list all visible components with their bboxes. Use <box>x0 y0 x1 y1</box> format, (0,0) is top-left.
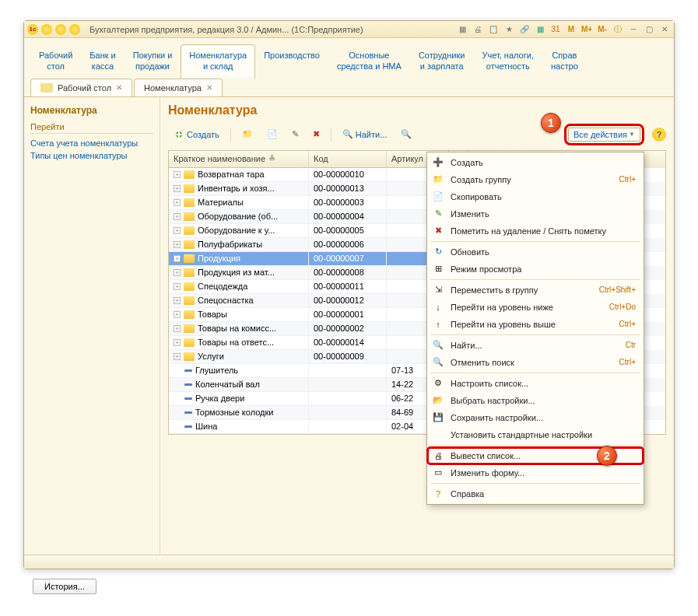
expand-icon[interactable]: + <box>174 171 181 178</box>
titlebar-dot[interactable] <box>41 24 52 35</box>
expand-icon[interactable]: + <box>174 185 181 192</box>
m-minus-icon[interactable]: M- <box>596 23 609 36</box>
menu-icon: ↑ <box>432 318 444 331</box>
callout-2: 2 <box>597 446 617 466</box>
all-actions-button[interactable]: Все действия ▼ <box>568 128 640 142</box>
item-icon <box>184 383 192 386</box>
subtab-label: Рабочий стол <box>58 83 111 93</box>
menu-item[interactable]: ↑Перейти на уровень вышеCtrl+ <box>427 316 644 333</box>
titlebar-dot[interactable] <box>69 24 80 35</box>
expand-icon[interactable]: + <box>174 353 181 360</box>
calc-icon[interactable]: ▦ <box>534 23 546 36</box>
item-icon <box>184 411 192 414</box>
menu-item[interactable]: Установить стандартные настройки <box>427 426 644 443</box>
tb-icon[interactable]: ▦ <box>456 23 468 36</box>
menu-item[interactable]: ⇲Переместить в группуCtrl+Shift+ <box>427 282 644 299</box>
expand-icon[interactable]: + <box>174 227 181 234</box>
tb-icon[interactable]: 📋 <box>487 23 500 36</box>
expand-icon[interactable]: + <box>174 325 181 332</box>
expand-icon[interactable]: + <box>174 283 181 290</box>
cancel-find-button[interactable]: 🔍 <box>395 127 417 142</box>
content: Номенклатура Создать 📁 📄 ✎ ✖ 🔍Найти... 🔍… <box>160 97 674 555</box>
col-name[interactable]: Краткое наименование ≜ <box>169 151 309 168</box>
main-nav-item[interactable]: Покупки ипродажи <box>125 44 181 79</box>
folder-icon <box>184 296 195 305</box>
menu-item[interactable]: ⚙Настроить список... <box>427 375 644 392</box>
menu-item[interactable]: ▭Изменить форму... <box>427 464 644 481</box>
item-icon <box>184 397 192 400</box>
menu-icon: ⇲ <box>432 284 444 296</box>
menu-item[interactable]: 📂Выбрать настройки... <box>427 392 644 409</box>
sidebar-link[interactable]: Счета учета номенклатуры <box>30 137 153 149</box>
search-cancel-icon: 🔍 <box>401 129 412 139</box>
minimize-icon[interactable]: ─ <box>627 23 640 36</box>
menu-item[interactable]: 📁Создать группуCtrl+ <box>427 171 644 188</box>
edit-button[interactable]: ✎ <box>286 127 304 142</box>
calendar-icon[interactable]: 31 <box>549 23 562 36</box>
sidebar-link[interactable]: Типы цен номенклатуры <box>30 149 153 162</box>
main-nav-item[interactable]: Банк икасса <box>81 44 124 79</box>
m-icon[interactable]: M <box>565 23 577 36</box>
menu-item[interactable]: ?Справка <box>427 485 644 502</box>
create-button[interactable]: Создать <box>168 127 225 142</box>
folder-icon <box>184 310 195 319</box>
menu-item[interactable]: ➕Создать <box>427 154 644 171</box>
menu-icon: 💾 <box>432 411 444 424</box>
menu-item[interactable]: 🖨Вывести список...2 <box>427 447 644 464</box>
close-icon[interactable]: ✕ <box>116 83 122 92</box>
help-button[interactable]: ? <box>652 128 666 142</box>
expand-icon[interactable]: + <box>174 213 181 220</box>
expand-icon[interactable]: + <box>174 199 181 206</box>
desktop-icon <box>40 83 53 93</box>
callout-1: 1 <box>541 113 561 133</box>
close-icon[interactable]: ✕ <box>658 23 671 36</box>
menu-icon: 🔍 <box>432 339 444 352</box>
new-folder-button[interactable]: 📁 <box>237 127 258 142</box>
menu-item[interactable]: ✖Пометить на удаление / Снять пометку <box>427 222 644 240</box>
expand-icon[interactable]: + <box>174 311 181 318</box>
folder-icon <box>184 240 195 249</box>
main-nav-item[interactable]: Основныесредства и НМА <box>328 44 410 79</box>
menu-item[interactable]: 📄Скопировать <box>427 188 644 205</box>
expand-icon[interactable]: + <box>174 269 181 276</box>
titlebar-dot[interactable] <box>55 24 66 35</box>
main-nav-item[interactable]: Справнастро <box>542 44 587 79</box>
menu-item[interactable]: ↓Перейти на уровень нижеCtrl+Do <box>427 299 644 316</box>
copy-button[interactable]: 📄 <box>261 127 283 142</box>
menu-item[interactable]: ✎Изменить <box>427 205 644 222</box>
expand-icon[interactable]: + <box>174 339 181 346</box>
menu-item[interactable]: 🔍Найти...Ctr <box>427 337 644 354</box>
main-nav-item[interactable]: Сотрудникии зарплата <box>410 44 474 79</box>
expand-icon[interactable]: + <box>174 297 181 304</box>
chevron-down-icon: ▼ <box>629 131 635 138</box>
main-nav-item[interactable]: Номенклатураи склад <box>181 44 255 79</box>
menu-icon: ➕ <box>432 156 444 169</box>
history-button[interactable]: История... <box>33 579 96 594</box>
m-plus-icon[interactable]: M+ <box>580 23 593 36</box>
expand-icon[interactable]: + <box>174 241 181 248</box>
find-button[interactable]: 🔍Найти... <box>337 127 393 142</box>
subtab-desktop[interactable]: Рабочий стол ✕ <box>30 79 132 96</box>
menu-icon: ↻ <box>432 246 444 258</box>
statusbar <box>24 555 674 569</box>
menu-item[interactable]: ⊞Режим просмотра <box>427 261 644 278</box>
maximize-icon[interactable]: ▢ <box>643 23 655 36</box>
delete-button[interactable]: ✖ <box>307 127 325 142</box>
subtab-nomenclature[interactable]: Номенклатура ✕ <box>134 79 223 96</box>
menu-item[interactable]: 💾Сохранить настройки... <box>427 409 644 426</box>
main-nav-item[interactable]: Рабочийстол <box>30 44 81 79</box>
col-code[interactable]: Код <box>309 151 387 168</box>
tb-icon[interactable]: 🔗 <box>518 23 531 36</box>
tb-icon[interactable]: 🖨 <box>472 23 484 36</box>
close-icon[interactable]: ✕ <box>206 83 212 92</box>
menu-item[interactable]: ↻Обновить <box>427 243 644 261</box>
star-icon[interactable]: ★ <box>503 23 515 36</box>
info-icon[interactable]: ⓘ <box>612 23 624 36</box>
main-nav-item[interactable]: Производство <box>255 44 328 79</box>
main-nav-item[interactable]: Учет, налоги,отчетность <box>473 44 542 79</box>
sidebar-heading: Номенклатура <box>30 105 153 116</box>
menu-item[interactable]: 🔍Отменить поискCtrl+ <box>427 354 644 371</box>
expand-icon[interactable]: + <box>174 255 181 262</box>
app-icon: 1c <box>27 24 38 35</box>
menu-icon: ⊞ <box>432 263 444 275</box>
